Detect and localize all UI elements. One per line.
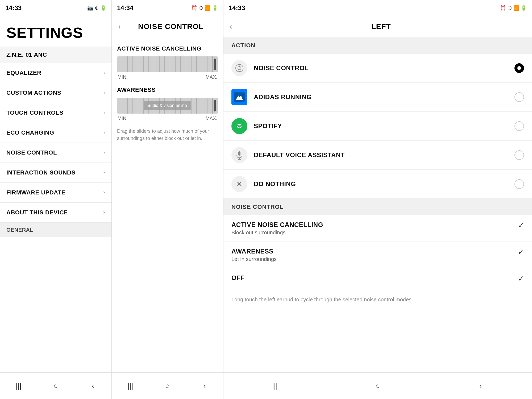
nav-menu-button-2[interactable]: ||| (122, 378, 138, 394)
settings-item-noise-control[interactable]: NOISE CONTROL › (0, 143, 111, 163)
nc-item-anc[interactable]: ACTIVE NOISE CANCELLING Block out surrou… (223, 215, 532, 242)
spotify-icon (231, 118, 247, 134)
settings-item-touch-controls[interactable]: TOUCH CONTROLS › (0, 103, 111, 123)
voice-icon (231, 147, 247, 163)
noise-control-radio[interactable] (514, 63, 524, 73)
alarm-icon-3: ⏰ (500, 5, 506, 11)
settings-item-custom-actions[interactable]: CUSTOM ACTIONS › (0, 83, 111, 103)
left-nav-title: LEFT (236, 22, 526, 31)
settings-item-eco-charging[interactable]: ECO CHARGING › (0, 123, 111, 143)
svg-rect-3 (236, 99, 243, 100)
awareness-text: AWARENESS Let in surroundings (231, 248, 513, 262)
bottom-nav-2: ||| ○ ‹ (112, 372, 223, 399)
svg-point-1 (238, 66, 241, 70)
bottom-nav-3: ||| ○ ‹ (223, 372, 532, 399)
anc-title: ACTIVE NOISE CANCELLING (231, 221, 513, 228)
awareness-subtitle: Let in surroundings (231, 256, 513, 262)
back-button-left[interactable]: ‹ (230, 22, 232, 31)
chevron-icon: › (103, 129, 105, 136)
status-bar-2: 14:34 ⏰ ⬡ 📶 🔋 (112, 0, 223, 16)
spotify-radio[interactable] (514, 121, 524, 131)
settings-item-equalizer[interactable]: EQUALIZER › (0, 63, 111, 83)
action-item-adidas[interactable]: ADIDAS RUNNING (223, 83, 532, 112)
awareness-max-label: MAX. (206, 116, 217, 121)
nc-item-off[interactable]: OFF ✓ (223, 268, 532, 289)
awareness-check: ✓ (518, 248, 524, 256)
time-3: 14:33 (229, 4, 245, 12)
noise-nav-bar: ‹ NOISE CONTROL (112, 16, 223, 37)
noise-hint: Drag the sliders to adjust how much of y… (117, 128, 218, 142)
bluetooth-icon-3: ⬡ (508, 5, 512, 11)
nav-home-button-3[interactable]: ○ (370, 378, 386, 394)
off-check: ✓ (518, 274, 524, 283)
settings-title: SETTINGS (6, 24, 105, 41)
nothing-label: DO NOTHING (254, 180, 514, 188)
anc-slider[interactable] (117, 56, 218, 72)
adidas-radio[interactable] (514, 92, 524, 102)
wifi-icon-3: 📶 (513, 5, 519, 11)
voice-label: DEFAULT VOICE ASSISTANT (254, 151, 514, 159)
settings-panel: 14:33 📷 ⊕ 🔋 SETTINGS Z.N.E. 01 ANC EQUAL… (0, 0, 112, 399)
anc-slider-thumb[interactable] (214, 59, 216, 70)
nc-item-awareness[interactable]: AWARENESS Let in surroundings ✓ (223, 242, 532, 268)
nav-back-button-2[interactable]: ‹ (197, 378, 213, 394)
nav-back-button-3[interactable]: ‹ (473, 378, 489, 394)
chevron-icon: › (103, 169, 105, 176)
nav-menu-button[interactable]: ||| (11, 378, 27, 394)
nothing-icon: ✕ (231, 176, 247, 192)
notification-icon: ⊕ (95, 5, 99, 11)
svg-rect-5 (238, 151, 240, 156)
noise-content: ACTIVE NOISE CANCELLING MIN. MAX. AWAREN… (112, 37, 223, 372)
settings-item-firmware-update[interactable]: FIRMWARE UPDATE › (0, 183, 111, 203)
awareness-slider-labels: MIN. MAX. (117, 116, 218, 121)
settings-item-about-device[interactable]: ABOUT THIS DEVICE › (0, 203, 111, 223)
off-text: OFF (231, 274, 513, 282)
action-section-header: ACTION (223, 37, 532, 54)
chevron-icon: › (103, 189, 105, 196)
status-icons-2: ⏰ ⬡ 📶 🔋 (191, 5, 218, 11)
svg-point-0 (236, 64, 243, 72)
settings-item-interaction-sounds[interactable]: INTERACTION SOUNDS › (0, 163, 111, 183)
nav-menu-button-3[interactable]: ||| (267, 378, 283, 394)
status-bar-1: 14:33 📷 ⊕ 🔋 (0, 0, 111, 16)
chevron-icon: › (103, 89, 105, 96)
noise-control-panel: 14:34 ⏰ ⬡ 📶 🔋 ‹ NOISE CONTROL ACTIVE NOI… (112, 0, 223, 399)
left-panel: 14:33 ⏰ ⬡ 📶 🔋 ‹ LEFT ACTION NOISE CONTRO… (223, 0, 532, 399)
nav-back-button[interactable]: ‹ (85, 378, 101, 394)
spotify-label: SPOTIFY (254, 122, 514, 130)
chevron-icon: › (103, 149, 105, 156)
chevron-icon: › (103, 69, 105, 76)
awareness-slider-thumb[interactable] (214, 100, 216, 111)
settings-header: SETTINGS (0, 16, 111, 47)
off-title: OFF (231, 274, 513, 282)
back-button-noise[interactable]: ‹ (118, 22, 120, 31)
alarm-icon: ⏰ (191, 5, 197, 11)
awareness-slider[interactable]: audio & vision online (117, 98, 218, 114)
battery-icon-3: 🔋 (521, 5, 527, 11)
nothing-radio[interactable] (514, 179, 524, 189)
awareness-section-title: AWARENESS (117, 86, 218, 93)
camera-icon: 📷 (87, 5, 93, 11)
noise-control-section-header: NOISE CONTROL (223, 199, 532, 215)
action-item-voice[interactable]: DEFAULT VOICE ASSISTANT (223, 141, 532, 170)
nav-home-button-2[interactable]: ○ (159, 378, 175, 394)
device-name: Z.N.E. 01 ANC (0, 47, 111, 63)
settings-list: EQUALIZER › CUSTOM ACTIONS › TOUCH CONTR… (0, 63, 111, 372)
nav-home-button[interactable]: ○ (48, 378, 64, 394)
voice-radio[interactable] (514, 150, 524, 160)
awareness-title: AWARENESS (231, 248, 513, 255)
action-item-spotify[interactable]: SPOTIFY (223, 112, 532, 141)
awareness-min-label: MIN. (118, 116, 128, 121)
action-item-nothing[interactable]: ✕ DO NOTHING (223, 170, 532, 199)
anc-max-label: MAX. (206, 74, 217, 80)
battery-icon: 🔋 (212, 5, 218, 11)
action-item-noise-control[interactable]: NOISE CONTROL (223, 54, 532, 83)
left-nav-bar: ‹ LEFT (223, 16, 532, 37)
adidas-icon (231, 89, 247, 105)
anc-check: ✓ (518, 221, 524, 230)
status-bar-3: 14:33 ⏰ ⬡ 📶 🔋 (223, 0, 532, 16)
nc-hint: Long touch the left earbud to cycle thro… (223, 289, 532, 310)
battery-icon: 🔋 (100, 5, 106, 11)
time-2: 14:34 (117, 4, 133, 12)
wifi-icon: 📶 (205, 5, 210, 11)
